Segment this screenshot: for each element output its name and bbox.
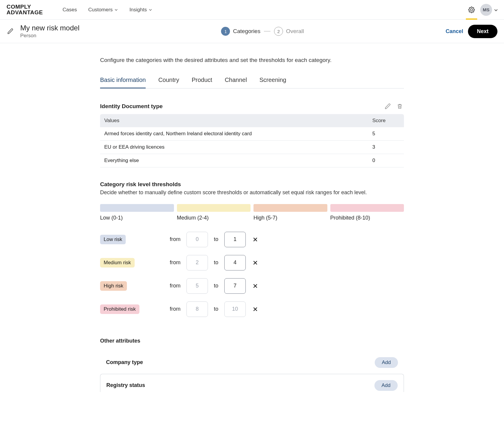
thresholds-desc: Decide whether to manually define custom… — [100, 189, 404, 196]
step-overall[interactable]: 2 Overall — [274, 27, 304, 36]
category-tabs: Basic information Country Product Channe… — [100, 75, 404, 88]
topbar-right: MS — [468, 4, 497, 16]
label-to: to — [214, 236, 218, 242]
bar-prohibited-label: Prohibited (8-10) — [330, 215, 404, 221]
bar-medium-label: Medium (2-4) — [177, 215, 251, 221]
nav-insights[interactable]: Insights — [129, 7, 152, 13]
from-input[interactable] — [186, 255, 208, 270]
threshold-row-low: Low risk from to — [100, 232, 404, 247]
bar-medium: Medium (2-4) — [177, 204, 251, 221]
chip-high: High risk — [100, 281, 127, 291]
to-input[interactable] — [224, 301, 246, 317]
cell-score: 5 — [368, 127, 404, 141]
bar-low: Low (0-1) — [100, 204, 174, 221]
nav-customers[interactable]: Customers — [88, 7, 118, 13]
thresholds-title: Category risk level thresholds — [100, 181, 404, 188]
nav-customers-label: Customers — [88, 7, 113, 13]
tab-product[interactable]: Product — [192, 75, 212, 88]
attr-registry-status: Registry status Add — [100, 374, 404, 392]
add-registry-status-button[interactable]: Add — [374, 380, 398, 391]
attr-company-type: Company type Add — [100, 352, 404, 373]
other-attributes-title: Other attributes — [100, 338, 404, 344]
remove-row-button[interactable] — [252, 259, 259, 266]
attr-name: Registry status — [106, 382, 145, 388]
identity-table: Values Score Armed forces identity card,… — [100, 114, 404, 167]
nav-insights-label: Insights — [129, 7, 147, 13]
step-number: 2 — [274, 27, 283, 36]
chip-medium: Medium risk — [100, 258, 135, 268]
brand-line2: ADVANTAGE — [7, 10, 54, 15]
remove-row-button[interactable] — [252, 306, 259, 313]
attr-name: Company type — [106, 359, 143, 366]
label-from: from — [160, 283, 181, 289]
delete-attribute-button[interactable] — [396, 102, 404, 111]
identity-header: Identity Document type — [100, 102, 404, 114]
chevron-down-icon — [494, 8, 497, 12]
user-avatar: MS — [480, 4, 492, 16]
cell-value: EU or EEA driving licences — [100, 140, 368, 154]
edit-attribute-button[interactable] — [384, 102, 392, 111]
settings-button[interactable] — [468, 7, 475, 13]
to-input[interactable] — [224, 255, 246, 270]
table-row: Armed forces identity card, Northern Ire… — [100, 127, 404, 141]
page-title: My new risk model — [20, 24, 80, 32]
edit-title-button[interactable] — [7, 27, 14, 35]
cell-score: 3 — [368, 140, 404, 154]
chevron-down-icon — [114, 8, 118, 12]
bar-high-fill — [253, 204, 327, 212]
bar-prohibited-fill — [330, 204, 404, 212]
remove-row-button[interactable] — [252, 282, 259, 290]
cancel-button[interactable]: Cancel — [446, 28, 463, 35]
label-to: to — [214, 259, 218, 266]
label-from: from — [160, 236, 181, 242]
chevron-down-icon — [149, 8, 152, 12]
from-input[interactable] — [186, 232, 208, 247]
label-from: from — [160, 259, 181, 266]
main-nav: Cases Customers Insights — [63, 7, 460, 13]
add-company-type-button[interactable]: Add — [375, 357, 398, 368]
cell-value: Armed forces identity card, Northern Ire… — [100, 127, 368, 141]
next-button[interactable]: Next — [468, 25, 497, 38]
brand-logo: COMPLY ADVANTAGE — [7, 4, 54, 15]
to-input[interactable] — [224, 278, 246, 294]
topbar: COMPLY ADVANTAGE Cases Customers Insight… — [0, 0, 504, 20]
nav-cases-label: Cases — [63, 7, 77, 13]
from-input[interactable] — [186, 278, 208, 294]
tab-channel[interactable]: Channel — [225, 75, 247, 88]
nav-cases[interactable]: Cases — [63, 7, 77, 13]
step-label: Categories — [233, 28, 260, 35]
table-row: EU or EEA driving licences 3 — [100, 140, 404, 154]
bar-high-label: High (5-7) — [253, 215, 327, 221]
from-input[interactable] — [186, 301, 208, 317]
thresholds-section: Category risk level thresholds Decide wh… — [100, 181, 404, 317]
cell-value: Everything else — [100, 154, 368, 167]
settings-active-indicator — [466, 18, 477, 20]
tab-basic-information[interactable]: Basic information — [100, 75, 146, 88]
tab-screening[interactable]: Screening — [259, 75, 286, 88]
bar-low-label: Low (0-1) — [100, 215, 174, 221]
header-actions: Cancel Next — [446, 25, 497, 38]
label-to: to — [214, 283, 218, 289]
bar-high: High (5-7) — [253, 204, 327, 221]
threshold-row-medium: Medium risk from to — [100, 255, 404, 270]
bar-prohibited: Prohibited (8-10) — [330, 204, 404, 221]
tab-country[interactable]: Country — [158, 75, 179, 88]
remove-row-button[interactable] — [252, 236, 259, 243]
user-menu[interactable]: MS — [480, 4, 497, 16]
identity-section: Identity Document type Values Score Arme… — [100, 102, 404, 167]
page-title-block: My new risk model Person — [20, 24, 80, 39]
threshold-rows: Low risk from to Medium risk from to Hig… — [100, 232, 404, 317]
label-to: to — [214, 306, 218, 312]
threshold-bars: Low (0-1) Medium (2-4) High (5-7) Prohib… — [100, 204, 404, 221]
chip-low: Low risk — [100, 235, 126, 244]
to-input[interactable] — [224, 232, 246, 247]
col-values: Values — [100, 114, 368, 127]
step-categories[interactable]: 1 Categories — [221, 27, 260, 36]
page-subtitle: Person — [20, 33, 80, 39]
brand-line1: COMPLY — [7, 4, 54, 10]
other-attributes: Other attributes Company type Add Regist… — [100, 338, 404, 392]
bar-medium-fill — [177, 204, 251, 212]
content: Configure the categories with the desire… — [49, 43, 455, 410]
intro-text: Configure the categories with the desire… — [100, 57, 404, 63]
step-separator — [264, 31, 270, 32]
